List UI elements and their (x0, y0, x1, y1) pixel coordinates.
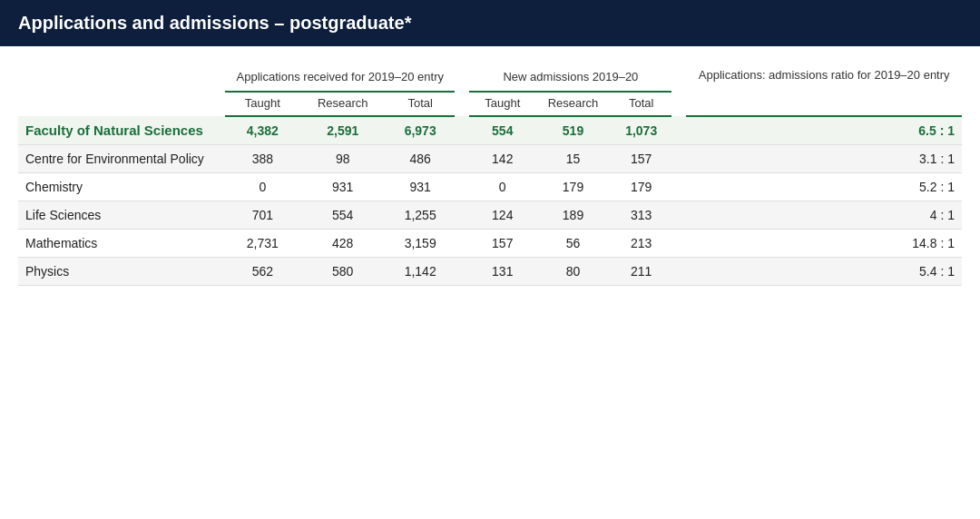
row-name-cell: Chemistry (18, 173, 225, 201)
row-data-cell: 213 (611, 230, 671, 258)
row-data-cell: 6.5 : 1 (686, 116, 962, 145)
col-name-header (18, 64, 225, 92)
row-data-cell (671, 145, 686, 173)
sep1 (455, 92, 469, 116)
col-app-research: Research (300, 92, 386, 116)
row-data-cell: 428 (300, 230, 386, 258)
table-row: Centre for Environmental Policy388984861… (18, 145, 962, 173)
row-data-cell: 3.1 : 1 (686, 145, 962, 173)
group1-header: Applications received for 2019–20 entry (225, 64, 455, 92)
row-data-cell (455, 116, 469, 145)
row-data-cell: 0 (225, 173, 299, 201)
row-data-cell: 131 (469, 258, 535, 286)
row-data-cell: 4 : 1 (686, 201, 962, 230)
row-data-cell: 14.8 : 1 (686, 230, 962, 258)
row-data-cell (455, 258, 469, 286)
header: Applications and admissions – postgradua… (0, 0, 980, 46)
row-data-cell (455, 201, 469, 230)
row-data-cell: 701 (225, 201, 299, 230)
row-data-cell (671, 201, 686, 230)
row-data-cell: 388 (225, 145, 299, 173)
row-data-cell: 5.4 : 1 (686, 258, 962, 286)
row-data-cell: 519 (535, 116, 611, 145)
row-data-cell: 179 (611, 173, 671, 201)
sep2 (671, 92, 686, 116)
row-data-cell: 56 (535, 230, 611, 258)
row-data-cell: 124 (469, 201, 535, 230)
row-data-cell: 931 (386, 173, 456, 201)
row-data-cell: 2,591 (300, 116, 386, 145)
row-name-cell: Mathematics (18, 230, 225, 258)
row-data-cell (455, 230, 469, 258)
row-data-cell (671, 230, 686, 258)
row-data-cell: 1,142 (386, 258, 456, 286)
row-data-cell: 80 (535, 258, 611, 286)
group2-header: New admissions 2019–20 (469, 64, 671, 92)
col-empty (18, 92, 225, 116)
row-data-cell: 189 (535, 201, 611, 230)
row-data-cell: 157 (611, 145, 671, 173)
row-data-cell: 931 (300, 173, 386, 201)
row-name-cell: Faculty of Natural Sciences (18, 116, 225, 145)
row-data-cell: 157 (469, 230, 535, 258)
row-data-cell: 2,731 (225, 230, 299, 258)
row-data-cell: 3,159 (386, 230, 456, 258)
table-row: Life Sciences7015541,2551241893134 : 1 (18, 201, 962, 230)
row-data-cell: 15 (535, 145, 611, 173)
row-data-cell: 1,255 (386, 201, 456, 230)
row-data-cell: 562 (225, 258, 299, 286)
row-data-cell: 5.2 : 1 (686, 173, 962, 201)
row-data-cell (671, 116, 686, 145)
col-adm-total: Total (611, 92, 671, 116)
row-data-cell: 486 (386, 145, 456, 173)
row-data-cell: 0 (469, 173, 535, 201)
table-row: Faculty of Natural Sciences4,3822,5916,9… (18, 116, 962, 145)
group3-header: Applications: admissions ratio for 2019–… (686, 64, 962, 116)
col-adm-research: Research (535, 92, 611, 116)
row-data-cell (671, 258, 686, 286)
row-data-cell: 313 (611, 201, 671, 230)
row-data-cell (455, 145, 469, 173)
divider1 (455, 64, 469, 92)
col-app-taught: Taught (225, 92, 299, 116)
table-row: Chemistry093193101791795.2 : 1 (18, 173, 962, 201)
table-row: Physics5625801,142131802115.4 : 1 (18, 258, 962, 286)
row-data-cell: 554 (300, 201, 386, 230)
page-title: Applications and admissions – postgradua… (18, 13, 962, 34)
divider2 (671, 64, 686, 92)
row-name-cell: Physics (18, 258, 225, 286)
row-data-cell: 4,382 (225, 116, 299, 145)
col-app-total: Total (386, 92, 456, 116)
row-data-cell: 211 (611, 258, 671, 286)
row-data-cell: 1,073 (611, 116, 671, 145)
row-data-cell (455, 173, 469, 201)
row-data-cell: 142 (469, 145, 535, 173)
col-adm-taught: Taught (469, 92, 535, 116)
row-data-cell: 179 (535, 173, 611, 201)
row-name-cell: Centre for Environmental Policy (18, 145, 225, 173)
row-data-cell (671, 173, 686, 201)
row-data-cell: 580 (300, 258, 386, 286)
row-data-cell: 98 (300, 145, 386, 173)
row-name-cell: Life Sciences (18, 201, 225, 230)
row-data-cell: 554 (469, 116, 535, 145)
table-row: Mathematics2,7314283,1591575621314.8 : 1 (18, 230, 962, 258)
row-data-cell: 6,973 (386, 116, 456, 145)
